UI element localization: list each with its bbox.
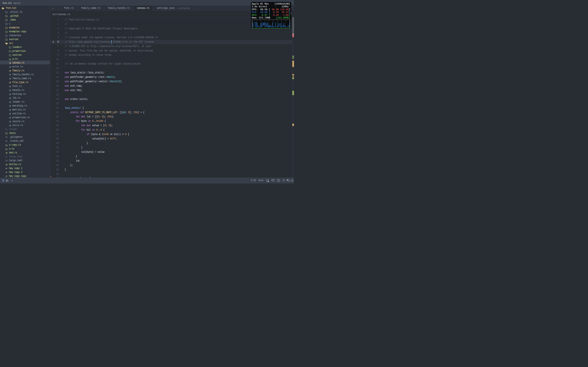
svg-text:Z: Z <box>283 179 284 181</box>
